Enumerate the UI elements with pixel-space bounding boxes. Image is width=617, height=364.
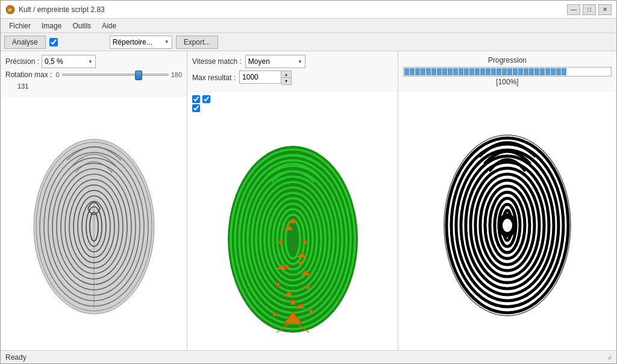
- progress-segment: [496, 68, 501, 75]
- rotation-slider-thumb[interactable]: [135, 71, 142, 80]
- status-text: Ready: [5, 353, 27, 362]
- svg-point-41: [290, 300, 295, 305]
- progress-segment: [562, 68, 566, 75]
- svg-point-42: [273, 313, 277, 316]
- precision-arrow-icon: ▼: [88, 59, 93, 64]
- progression-title: Progression: [488, 56, 527, 64]
- progress-segment: [431, 68, 436, 75]
- precision-label: Précision :: [5, 57, 39, 66]
- svg-point-60: [503, 219, 512, 232]
- max-resultat-spinner: ▲ ▼: [281, 71, 292, 85]
- left-fingerprint-area: [1, 96, 187, 350]
- toolbar: Analyse Répertoire... ▼ Export...: [1, 33, 616, 51]
- progress-segment: [448, 68, 453, 75]
- checkbox-3[interactable]: [192, 104, 200, 112]
- progress-segment: [534, 68, 539, 75]
- app-icon: K: [5, 5, 15, 14]
- maximize-button[interactable]: □: [583, 4, 596, 15]
- rotation-slider-container: 0 180: [55, 71, 182, 78]
- menu-image[interactable]: Image: [37, 20, 66, 31]
- middle-panel: Vitesse match : Moyen ▼ Max resultat : 1…: [187, 51, 398, 350]
- progress-bar: [403, 67, 612, 77]
- analyse-button[interactable]: Analyse: [4, 36, 46, 49]
- rotation-slider-track: [62, 74, 169, 76]
- menu-outils[interactable]: Outils: [67, 20, 96, 31]
- progress-segment: [475, 68, 480, 75]
- spinner-up-button[interactable]: ▲: [281, 71, 291, 78]
- middle-controls: Vitesse match : Moyen ▼ Max resultat : 1…: [187, 51, 398, 92]
- svg-text:K: K: [8, 7, 12, 13]
- title-bar: K Kult / empreinte script 2.83 — □ ✕: [1, 1, 616, 19]
- precision-dropdown[interactable]: 0,5 % ▼: [42, 55, 96, 68]
- checkbox-2[interactable]: [202, 95, 210, 103]
- main-content: Précision : 0,5 % ▼ Rotation max : 0 1: [1, 51, 616, 350]
- menu-fichier[interactable]: Fichier: [4, 20, 36, 31]
- progress-segment: [410, 68, 415, 75]
- export-button[interactable]: Export...: [176, 36, 219, 49]
- rotation-current-value: 131: [17, 83, 28, 90]
- progress-segment: [480, 68, 485, 75]
- max-resultat-input[interactable]: 1000: [239, 71, 281, 84]
- progress-segment: [421, 68, 425, 75]
- gray-fingerprint: [19, 115, 169, 332]
- progress-segment: [513, 68, 518, 75]
- menu-bar: Fichier Image Outils Aide: [1, 19, 616, 33]
- progress-segment: [486, 68, 490, 75]
- svg-point-34: [290, 219, 295, 224]
- vitesse-dropdown[interactable]: Moyen ▼: [245, 55, 305, 68]
- progress-segment: [556, 68, 561, 75]
- menu-aide[interactable]: Aide: [97, 20, 121, 31]
- svg-point-39: [276, 283, 280, 286]
- svg-point-40: [306, 286, 310, 289]
- progress-segment: [469, 68, 474, 75]
- max-resultat-label: Max resultat :: [192, 74, 236, 82]
- close-button[interactable]: ✕: [598, 4, 612, 15]
- right-panel: Progression [100%]: [398, 51, 616, 350]
- window-title: Kult / empreinte script 2.83: [19, 5, 105, 14]
- checkbox-1[interactable]: [192, 95, 200, 103]
- progress-segment: [459, 68, 463, 75]
- progress-segment: [529, 68, 534, 75]
- progress-segment: [453, 68, 458, 75]
- rotation-label: Rotation max :: [5, 71, 52, 79]
- progress-segment: [551, 68, 556, 75]
- progress-segment: [464, 68, 469, 75]
- progress-segment: [524, 68, 528, 75]
- checkboxes-area: [187, 92, 398, 116]
- progress-segment: [442, 68, 447, 75]
- middle-fingerprint-area: [187, 116, 398, 350]
- progress-segment: [426, 68, 431, 75]
- progress-segment: [540, 68, 545, 75]
- svg-point-36: [303, 240, 307, 244]
- progress-segment: [437, 68, 442, 75]
- vitesse-label: Vitesse match :: [192, 57, 242, 66]
- minimize-button[interactable]: —: [567, 4, 580, 15]
- left-panel: Précision : 0,5 % ▼ Rotation max : 0 1: [1, 51, 187, 350]
- progression-area: Progression [100%]: [398, 51, 616, 92]
- svg-point-38: [299, 262, 302, 265]
- bw-fingerprint: [431, 111, 584, 331]
- progress-segment: [507, 68, 512, 75]
- progress-segment: [545, 68, 550, 75]
- repertoire-arrow-icon: ▼: [164, 39, 169, 45]
- resize-grip-icon: ⊿: [607, 354, 612, 360]
- rotation-max: 180: [171, 71, 182, 78]
- checkbox-row-1: [192, 95, 393, 103]
- progress-segment: [491, 68, 496, 75]
- spinner-down-button[interactable]: ▼: [281, 78, 291, 84]
- svg-point-43: [309, 310, 313, 313]
- progress-percent: [100%]: [496, 78, 518, 86]
- repertoire-dropdown[interactable]: Répertoire... ▼: [110, 36, 172, 49]
- right-fingerprint-area: [398, 92, 616, 350]
- green-fingerprint: [211, 122, 374, 345]
- svg-point-35: [279, 240, 283, 244]
- analyse-checkbox[interactable]: [49, 38, 58, 46]
- progress-segment: [518, 68, 523, 75]
- progress-segment: [415, 68, 420, 75]
- progress-segment: [502, 68, 507, 75]
- left-controls: Précision : 0,5 % ▼ Rotation max : 0 1: [1, 51, 187, 96]
- checkbox-row-2: [192, 104, 393, 112]
- rotation-min: 0: [55, 71, 59, 78]
- progress-segment: [404, 68, 409, 75]
- status-bar: Ready ⊿: [1, 350, 616, 363]
